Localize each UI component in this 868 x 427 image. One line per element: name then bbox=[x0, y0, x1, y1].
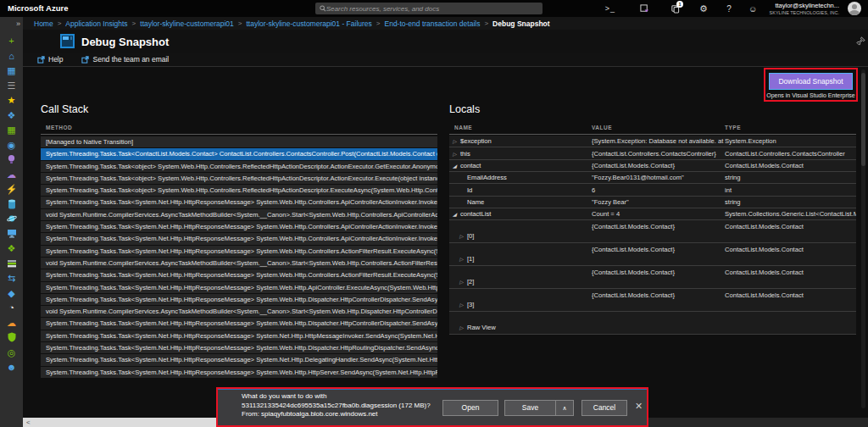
callstack-frame[interactable]: [Managed to Native Transition] bbox=[41, 136, 437, 147]
expander-icon[interactable] bbox=[453, 137, 460, 145]
expander-icon[interactable] bbox=[453, 210, 460, 218]
dashboard-icon[interactable]: ▦ bbox=[6, 65, 18, 75]
breadcrumb-separator: > bbox=[58, 19, 62, 27]
virtual-networks-icon[interactable]: ⇆ bbox=[6, 273, 18, 283]
search-input[interactable] bbox=[326, 5, 538, 13]
scroll-left-arrow-icon[interactable]: < bbox=[26, 419, 31, 426]
send-email-button[interactable]: Send the team an email bbox=[81, 55, 169, 64]
save-options-chevron-icon[interactable]: ∧ bbox=[555, 400, 574, 416]
locals-row[interactable]: $exception {System.Exception: Database n… bbox=[449, 136, 856, 147]
advisor-icon[interactable]: ☁ bbox=[6, 318, 18, 328]
locals-list: $exception {System.Exception: Database n… bbox=[449, 136, 856, 335]
avatar[interactable] bbox=[848, 2, 861, 15]
load-balancers-icon[interactable]: ❖ bbox=[6, 243, 18, 253]
microsoft-azure-logo[interactable]: Microsoft Azure bbox=[8, 3, 68, 13]
callstack-frame[interactable]: System.Threading.Tasks.Task<System.Net.H… bbox=[41, 269, 437, 280]
locals-row[interactable]: Id 6 int bbox=[449, 184, 856, 196]
favorites-star-icon[interactable]: ★ bbox=[6, 95, 18, 105]
help-button[interactable]: Help bbox=[37, 55, 63, 64]
dialog-close-icon[interactable]: ✕ bbox=[635, 401, 643, 412]
locals-row[interactable]: Name "Fozzy Bear" string bbox=[449, 197, 856, 208]
expander-icon[interactable] bbox=[459, 255, 467, 263]
locals-row[interactable]: contactList Count = 4 System.Collections… bbox=[449, 208, 856, 220]
download-snapshot-button[interactable]: Download Snapshot bbox=[769, 73, 853, 90]
breadcrumb-failures[interactable]: ttaylor-skyline-customerapi01 - Failures bbox=[247, 19, 372, 28]
pin-icon[interactable] bbox=[856, 36, 865, 46]
callstack-frame[interactable]: void System.Runtime.CompilerServices.Asy… bbox=[41, 258, 437, 269]
locals-row[interactable]: [0] {ContactList.Models.Contact} Contact… bbox=[449, 220, 856, 243]
callstack-frame[interactable]: System.Threading.Tasks.Task<System.Net.H… bbox=[41, 246, 437, 257]
local-type: ContactList.Models.Contact bbox=[725, 289, 856, 299]
open-button[interactable]: Open bbox=[442, 400, 498, 416]
storage-accounts-icon[interactable] bbox=[6, 258, 18, 269]
locals-row[interactable]: contact {ContactList.Models.Contact} Con… bbox=[449, 160, 856, 172]
locals-row-raw-view[interactable]: Raw View bbox=[449, 312, 856, 335]
callstack-frame[interactable]: System.Threading.Tasks.Task<System.Net.H… bbox=[41, 354, 437, 365]
app-services-icon[interactable]: ◉ bbox=[6, 140, 18, 150]
feedback-icon[interactable]: ☺ bbox=[743, 0, 763, 17]
create-resource-icon[interactable]: + bbox=[6, 36, 18, 46]
breadcrumb-application-insights[interactable]: Application Insights bbox=[65, 19, 127, 28]
directory-filter-icon[interactable] bbox=[634, 0, 654, 17]
locals-name-header: NAME bbox=[449, 125, 592, 134]
callstack-frame-selected[interactable]: System.Threading.Tasks.Task<ContactList.… bbox=[41, 148, 437, 159]
expander-icon[interactable] bbox=[459, 278, 467, 286]
callstack-frame[interactable]: System.Threading.Tasks.Task<System.Net.H… bbox=[41, 342, 437, 353]
sql-database-icon[interactable] bbox=[6, 199, 18, 209]
sidebar-expand-icon[interactable]: » bbox=[16, 19, 20, 28]
expander-icon[interactable] bbox=[453, 162, 460, 169]
breadcrumb-transaction-details[interactable]: End-to-end transaction details bbox=[385, 19, 481, 28]
locals-row[interactable]: EmailAddress "Fozzy.Bear0131@hotmail.com… bbox=[449, 172, 856, 184]
callstack-frame[interactable]: System.Threading.Tasks.Task<object> Syst… bbox=[41, 173, 437, 184]
cancel-button[interactable]: Cancel bbox=[581, 400, 627, 416]
locals-row[interactable]: this {ContactList.Controllers.ContactsCo… bbox=[449, 147, 856, 159]
callstack-frame[interactable]: System.Threading.Tasks.Task<System.Net.H… bbox=[41, 294, 437, 305]
cloud-shell-icon[interactable]: >_ bbox=[600, 0, 620, 17]
account-info[interactable]: ttaylor@skylinetechn... SKYLINE TECHNOLO… bbox=[770, 2, 839, 15]
virtual-machines-icon[interactable] bbox=[6, 229, 18, 239]
help-icon[interactable]: ? bbox=[719, 0, 739, 17]
help-support-icon[interactable]: ☻ bbox=[6, 362, 18, 372]
callstack-frame[interactable]: void System.Runtime.CompilerServices.Asy… bbox=[41, 306, 437, 317]
callstack-frame[interactable]: System.Threading.Tasks.Task<object> Syst… bbox=[41, 161, 437, 172]
callstack-frame[interactable]: System.Threading.Tasks.Task<System.Net.H… bbox=[41, 367, 437, 378]
callstack-frame[interactable]: System.Threading.Tasks.Task<System.Net.H… bbox=[41, 318, 437, 329]
cost-management-icon[interactable]: ◎ bbox=[6, 347, 18, 358]
breadcrumb-home[interactable]: Home bbox=[34, 19, 53, 28]
callstack-frame[interactable]: System.Threading.Tasks.Task<System.Net.H… bbox=[41, 221, 437, 232]
vertical-scrollbar[interactable] bbox=[861, 69, 865, 408]
callstack-frame[interactable]: System.Threading.Tasks.Task<System.Net.H… bbox=[41, 233, 437, 244]
cloud-services-icon[interactable]: ☁ bbox=[6, 169, 18, 180]
callstack-frame[interactable]: System.Threading.Tasks.Task<object> Syst… bbox=[41, 185, 437, 196]
local-value bbox=[592, 312, 725, 314]
expander-icon[interactable] bbox=[459, 301, 467, 308]
all-resources-icon[interactable]: ▦ bbox=[6, 125, 18, 135]
home-icon[interactable]: ⌂ bbox=[6, 51, 18, 61]
vertical-scrollbar-thumb[interactable] bbox=[861, 73, 865, 166]
expander-icon[interactable] bbox=[453, 150, 460, 158]
security-center-icon[interactable] bbox=[6, 332, 18, 342]
download-dialog: What do you want to do with 531132133542… bbox=[216, 387, 648, 427]
monitor-icon[interactable]: ◔ bbox=[6, 302, 18, 313]
locals-row[interactable]: [1] {ContactList.Models.Contact} Contact… bbox=[449, 243, 856, 266]
azure-active-directory-icon[interactable]: ◆ bbox=[6, 288, 18, 298]
locals-row[interactable]: [2] {ContactList.Models.Contact} Contact… bbox=[449, 266, 856, 289]
local-type: int bbox=[725, 186, 856, 194]
locals-row[interactable]: [3] {ContactList.Models.Contact} Contact… bbox=[449, 289, 856, 312]
breadcrumb-resource[interactable]: ttaylor-skyline-customerapi01 bbox=[140, 19, 234, 28]
callstack-frame[interactable]: System.Threading.Tasks.Task<System.Net.H… bbox=[41, 197, 437, 208]
cosmos-db-icon[interactable] bbox=[6, 214, 18, 224]
callstack-frame[interactable]: System.Threading.Tasks.Task<System.Net.H… bbox=[41, 282, 437, 293]
logic-apps-icon[interactable]: ⚡ bbox=[6, 184, 18, 194]
global-search[interactable] bbox=[315, 3, 542, 14]
application-insights-icon[interactable] bbox=[6, 154, 18, 164]
all-services-icon[interactable]: ☰ bbox=[6, 80, 18, 91]
local-name: contact bbox=[460, 162, 481, 169]
save-button[interactable]: Save bbox=[504, 400, 555, 416]
settings-gear-icon[interactable]: ⚙ bbox=[693, 0, 714, 17]
resource-groups-icon[interactable]: ❖ bbox=[6, 110, 18, 120]
expander-icon[interactable] bbox=[459, 232, 467, 240]
expander-icon[interactable] bbox=[459, 324, 467, 331]
callstack-frame[interactable]: void System.Runtime.CompilerServices.Asy… bbox=[41, 209, 437, 220]
callstack-frame[interactable]: System.Threading.Tasks.Task<System.Net.H… bbox=[41, 330, 437, 341]
